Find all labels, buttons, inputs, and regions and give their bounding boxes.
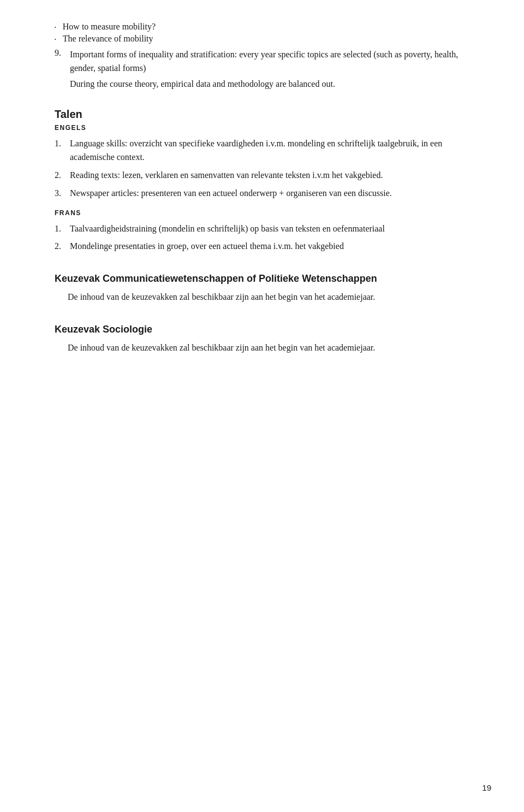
item-text: Language skills: overzicht van specifiek… xyxy=(70,137,480,164)
item-9-block: 9. Important forms of inequality and str… xyxy=(55,48,480,91)
bullet-text: The relevance of mobility xyxy=(63,34,153,44)
item-9-text: Important forms of inequality and strati… xyxy=(70,48,480,75)
item-9-line: 9. Important forms of inequality and str… xyxy=(55,48,480,75)
engels-subheading: ENGELS xyxy=(55,124,480,132)
list-item: 2. Reading texts: lezen, verklaren en sa… xyxy=(55,169,480,182)
talen-heading: Talen xyxy=(55,108,480,121)
bullet-icon: • xyxy=(55,37,56,42)
item-text: Taalvaardigheidstraining (mondelin en sc… xyxy=(70,222,385,236)
bullet-icon: • xyxy=(55,25,56,30)
bullet-text: How to measure mobility? xyxy=(63,22,156,32)
item-text: Mondelinge presentaties in groep, over e… xyxy=(70,240,344,253)
item-num: 2. xyxy=(55,240,70,253)
item-9-during-text: During the course theory, empirical data… xyxy=(70,78,480,91)
list-item: 1. Language skills: overzicht van specif… xyxy=(55,137,480,164)
item-text: Newspaper articles: presenteren van een … xyxy=(70,187,392,200)
item-9-number: 9. xyxy=(55,48,70,58)
talen-section: Talen ENGELS 1. Language skills: overzic… xyxy=(55,108,480,253)
frans-list: 1. Taalvaardigheidstraining (mondelin en… xyxy=(55,222,480,254)
keuzevak2-section: Keuzevak Sociologie De inhoud van de keu… xyxy=(55,324,480,355)
page-number: 19 xyxy=(482,783,491,792)
list-item: 3. Newspaper articles: presenteren van e… xyxy=(55,187,480,200)
page: • How to measure mobility? • The relevan… xyxy=(0,0,524,812)
list-item: • The relevance of mobility xyxy=(55,34,480,44)
keuzevak2-text: De inhoud van de keuzevakken zal beschik… xyxy=(68,341,480,355)
keuzevak1-heading: Keuzevak Communicatiewetenschappen of Po… xyxy=(55,273,480,285)
engels-list: 1. Language skills: overzicht van specif… xyxy=(55,137,480,200)
frans-subheading: FRANS xyxy=(55,209,480,217)
item-text: Reading texts: lezen, verklaren en samen… xyxy=(70,169,383,182)
item-num: 3. xyxy=(55,187,70,200)
list-item: 2. Mondelinge presentaties in groep, ove… xyxy=(55,240,480,253)
item-num: 1. xyxy=(55,222,70,236)
intro-bullet-list: • How to measure mobility? • The relevan… xyxy=(55,22,480,44)
item-num: 2. xyxy=(55,169,70,182)
item-num: 1. xyxy=(55,137,70,151)
list-item: 1. Taalvaardigheidstraining (mondelin en… xyxy=(55,222,480,236)
list-item: • How to measure mobility? xyxy=(55,22,480,32)
keuzevak1-section: Keuzevak Communicatiewetenschappen of Po… xyxy=(55,273,480,304)
item-9-during: During the course theory, empirical data… xyxy=(70,78,480,91)
keuzevak2-heading: Keuzevak Sociologie xyxy=(55,324,480,335)
keuzevak1-text: De inhoud van de keuzevakken zal beschik… xyxy=(68,290,480,304)
